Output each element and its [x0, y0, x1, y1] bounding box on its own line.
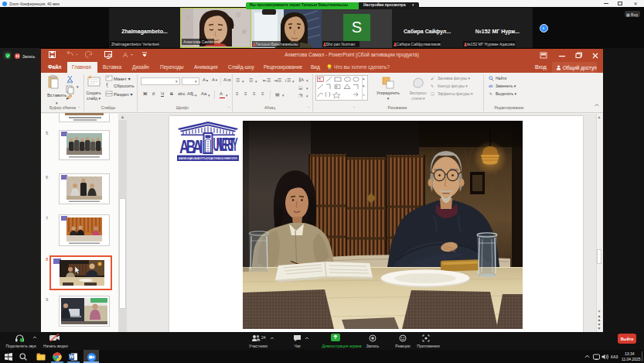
svg-text:UNIVERSITY: UNIVERSITY [213, 135, 238, 156]
svg-text:W: W [69, 354, 74, 359]
svg-text:АБАЙ АТЫНДАҒЫ ҚАЗАҚ ҰЛТТЫҚ ПЕД: АБАЙ АТЫНДАҒЫ ҚАЗАҚ ҰЛТТЫҚ ПЕДАГОГИКАЛЫҚ… [179, 157, 237, 160]
svg-text:A: A [123, 51, 128, 59]
svg-text:ABAI: ABAI [179, 136, 203, 158]
